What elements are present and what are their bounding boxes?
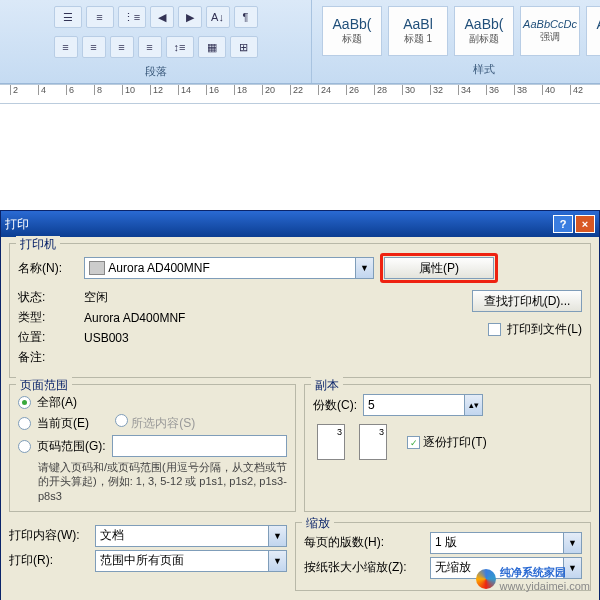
location-label: 位置: (18, 329, 78, 346)
page-range-fieldset: 页面范围 全部(A) 当前页(E) 所选内容(S) 页码范围(G): 请键入页码… (9, 384, 296, 512)
sort-btn[interactable]: A↓ (206, 6, 230, 28)
print-to-file-checkbox[interactable] (488, 323, 501, 336)
style-subtitle[interactable]: AaBb(副标题 (454, 6, 514, 56)
print-to-file-label: 打印到文件(L) (507, 321, 582, 338)
collate-checkbox[interactable]: ✓ (407, 436, 420, 449)
paragraph-group: ☰ ≡ ⋮≡ ◀ ▶ A↓ ¶ ≡ ≡ ≡ ≡ ↕≡ ▦ ⊞ 段落 (0, 0, 312, 83)
range-selection-radio[interactable] (115, 414, 128, 427)
watermark-logo-icon (476, 569, 496, 589)
print-range-combo[interactable]: 范围中所有页面▼ (95, 550, 287, 572)
align-left-btn[interactable]: ≡ (54, 36, 78, 58)
range-all-radio[interactable] (18, 396, 31, 409)
ruler[interactable]: 24681012141618202224262830323436384042 (0, 84, 600, 104)
find-printer-button[interactable]: 查找打印机(D)... (472, 290, 582, 312)
printer-fieldset: 打印机 名称(N): Aurora AD400MNF ▼ 属性(P) 状态:空闲… (9, 243, 591, 378)
styles-group: AaBb(标题 AaBl标题 1 AaBb(副标题 AaBbCcDc强调 AaB… (312, 0, 600, 83)
type-value: Aurora AD400MNF (84, 311, 185, 325)
printer-icon (89, 261, 105, 275)
printer-name-combo[interactable]: Aurora AD400MNF ▼ (84, 257, 374, 279)
printer-legend: 打印机 (16, 236, 60, 253)
copies-fieldset: 副本 份数(C): 5▴▾ 3 3 ✓ 逐份打印(T) (304, 384, 591, 512)
scale-label: 按纸张大小缩放(Z): (304, 559, 424, 576)
numbering-btn[interactable]: ≡ (86, 6, 114, 28)
comment-label: 备注: (18, 349, 78, 366)
properties-button[interactable]: 属性(P) (384, 257, 494, 279)
print-what-label: 打印内容(W): (9, 527, 89, 544)
print-range-label: 打印(R): (9, 552, 89, 569)
copies-label: 份数(C): (313, 397, 357, 414)
ribbon: ☰ ≡ ⋮≡ ◀ ▶ A↓ ¶ ≡ ≡ ≡ ≡ ↕≡ ▦ ⊞ 段落 AaBb(标… (0, 0, 600, 84)
collate-icon-1: 3 (317, 424, 345, 460)
styles-gallery[interactable]: AaBb(标题 AaBl标题 1 AaBb(副标题 AaBbCcDc强调 AaB… (318, 2, 600, 60)
align-center-btn[interactable]: ≡ (82, 36, 106, 58)
shading-btn[interactable]: ▦ (198, 36, 226, 58)
print-dialog: 打印 ? × 打印机 名称(N): Aurora AD400MNF ▼ 属性(P… (0, 210, 600, 600)
bullets-btn[interactable]: ☰ (54, 6, 82, 28)
chevron-down-icon: ▼ (355, 258, 373, 278)
properties-highlight: 属性(P) (380, 253, 498, 283)
justify-btn[interactable]: ≡ (138, 36, 162, 58)
dialog-title: 打印 (5, 216, 29, 233)
collate-label: 逐份打印(T) (423, 435, 486, 449)
indent-left-btn[interactable]: ◀ (150, 6, 174, 28)
zoom-legend: 缩放 (302, 515, 334, 532)
type-label: 类型: (18, 309, 78, 326)
location-value: USB003 (84, 331, 129, 345)
collate-icon-2: 3 (359, 424, 387, 460)
borders-btn[interactable]: ⊞ (230, 36, 258, 58)
copies-legend: 副本 (311, 377, 343, 394)
watermark: 纯净系统家园 www.yidaimei.com (476, 565, 590, 592)
range-pages-label: 页码范围(G): (37, 438, 106, 455)
show-marks-btn[interactable]: ¶ (234, 6, 258, 28)
range-pages-radio[interactable] (18, 440, 31, 453)
range-current-label: 当前页(E) (37, 415, 89, 432)
copies-spinner[interactable]: 5▴▾ (363, 394, 483, 416)
styles-label: 样式 (473, 60, 495, 79)
align-right-btn[interactable]: ≡ (110, 36, 134, 58)
style-emphasis[interactable]: AaBbCcDc强调 (520, 6, 580, 56)
range-all-label: 全部(A) (37, 394, 77, 411)
pages-input[interactable] (112, 435, 287, 457)
spinner-icon: ▴▾ (464, 395, 482, 415)
print-what-combo[interactable]: 文档▼ (95, 525, 287, 547)
titlebar[interactable]: 打印 ? × (1, 211, 599, 237)
page-range-legend: 页面范围 (16, 377, 72, 394)
multilevel-btn[interactable]: ⋮≡ (118, 6, 146, 28)
style-heading1[interactable]: AaBl标题 1 (388, 6, 448, 56)
range-current-radio[interactable] (18, 417, 31, 430)
style-point[interactable]: AaBb(要点 (586, 6, 600, 56)
range-selection-label: 所选内容(S) (131, 416, 195, 430)
style-heading[interactable]: AaBb(标题 (322, 6, 382, 56)
line-spacing-btn[interactable]: ↕≡ (166, 36, 194, 58)
indent-right-btn[interactable]: ▶ (178, 6, 202, 28)
status-value: 空闲 (84, 289, 108, 306)
pages-per-sheet-combo[interactable]: 1 版▼ (430, 532, 582, 554)
document-area[interactable] (0, 104, 600, 144)
name-label: 名称(N): (18, 260, 78, 277)
pages-per-sheet-label: 每页的版数(H): (304, 534, 424, 551)
status-label: 状态: (18, 289, 78, 306)
pages-hint: 请键入页码和/或页码范围(用逗号分隔，从文档或节的开头算起)，例如: 1, 3,… (38, 460, 287, 503)
help-button[interactable]: ? (553, 215, 573, 233)
paragraph-label: 段落 (145, 62, 167, 81)
close-button[interactable]: × (575, 215, 595, 233)
